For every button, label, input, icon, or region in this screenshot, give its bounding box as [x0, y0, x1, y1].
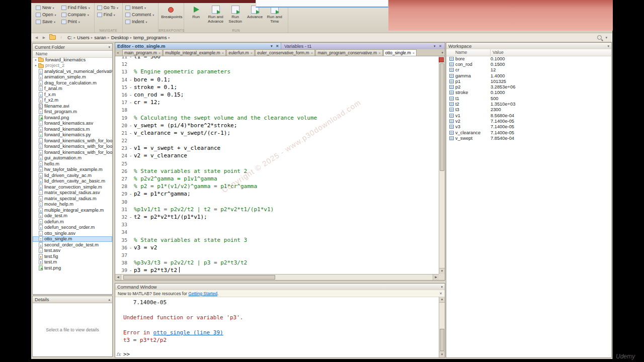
editor-title[interactable]: Editor - otto_single.m ▾ ✕: [115, 43, 281, 49]
command-scrollbar[interactable]: ▲ ▼: [439, 297, 445, 357]
close-icon[interactable]: ✕: [439, 291, 442, 297]
file-item[interactable]: forward_kinematics.asv: [33, 121, 112, 127]
code-line[interactable]: 31%p1v1/t1 = p2v2/t2 | t2 = p2*v2*t1/(p1…: [115, 206, 439, 213]
workspace-row[interactable]: bore0.1000: [446, 56, 611, 61]
close-icon[interactable]: ✕: [276, 44, 279, 48]
file-item[interactable]: multiple_integral_example.m: [33, 207, 112, 213]
file-item[interactable]: forward_kinematics.py: [33, 132, 112, 138]
code-line[interactable]: 18: [115, 106, 439, 114]
scroll-down-icon[interactable]: ▼: [439, 268, 445, 274]
file-item[interactable]: animation_simple.m: [33, 74, 112, 80]
scrollbar-thumb[interactable]: [440, 63, 444, 171]
workspace-row[interactable]: t1500: [446, 96, 611, 101]
tab-scroll-left-icon[interactable]: ◂: [117, 51, 119, 55]
ribbon-button-run-section[interactable]: Run Section: [226, 4, 245, 24]
chevron-down-icon[interactable]: ▾: [605, 36, 607, 40]
code-line[interactable]: 32-t2 = p2*v2*t1/(p1*v1);: [115, 213, 439, 221]
ribbon-button-compare[interactable]: Compare▾: [61, 11, 90, 18]
file-item[interactable]: ode_test.m: [33, 213, 112, 219]
tab-otto-single-m[interactable]: otto_single.m×: [383, 49, 417, 56]
ribbon-button-new[interactable]: New▾: [36, 4, 56, 11]
code-line[interactable]: 25: [115, 160, 439, 167]
file-item[interactable]: test.asv: [33, 248, 112, 254]
ribbon-button-go-to[interactable]: Go To▾: [97, 4, 118, 11]
ribbon-button-save[interactable]: Save▾: [36, 18, 56, 25]
close-icon[interactable]: ×: [378, 51, 380, 55]
error-link[interactable]: otto_single (line 39): [153, 329, 223, 336]
ribbon-button-find[interactable]: Find▾: [97, 11, 118, 18]
workspace-row[interactable]: t32300: [446, 107, 611, 113]
code-line[interactable]: 27% p2v2^gamma = p1v1^gamma: [115, 175, 439, 183]
file-item[interactable]: drag_force_calculation.m: [33, 80, 112, 86]
file-item[interactable]: test.m: [33, 259, 112, 265]
file-item[interactable]: second_order_ode_test.m: [33, 242, 112, 248]
file-item[interactable]: ▸project_2: [33, 63, 112, 69]
file-item[interactable]: test.fig: [33, 253, 112, 259]
workspace-row[interactable]: v_clearance7.1400e-05: [446, 130, 611, 135]
file-item[interactable]: gui_automation.m: [33, 155, 112, 161]
ribbon-button-insert[interactable]: Insert▾: [125, 4, 154, 11]
code-line[interactable]: 16-con_rod = 0.15;: [115, 91, 439, 99]
expand-icon[interactable]: ▸: [34, 63, 38, 67]
code-line[interactable]: 17-cr = 12;: [115, 99, 439, 106]
file-item[interactable]: forward_kinematics_with_for_loop.py: [33, 149, 112, 155]
file-item[interactable]: linear_convection_simple.m: [33, 184, 112, 190]
collapse-icon[interactable]: ▴: [108, 297, 110, 303]
ribbon-button-find-files[interactable]: Find Files▾: [61, 4, 90, 11]
code-line[interactable]: 20-v_swept = (pi/4)*bore^2*stroke;: [115, 122, 439, 129]
command-output[interactable]: 7.1400e-05 Undefined function or variabl…: [115, 297, 439, 351]
code-line[interactable]: 15-stroke = 0.1;: [115, 83, 439, 91]
code-line[interactable]: 35% State variables at state point 3: [115, 236, 439, 244]
breadcrumb-segment[interactable]: Desktop: [111, 35, 129, 40]
file-item[interactable]: otto_single.asv: [33, 230, 112, 236]
file-item[interactable]: f_x2.m: [33, 98, 112, 104]
back-button[interactable]: ◀: [33, 34, 40, 41]
code-line[interactable]: 28% p2 = p1*(v1/v2)^gamma = p1*cr^gamma: [115, 183, 439, 190]
search-icon[interactable]: [597, 35, 602, 40]
workspace-row[interactable]: p23.2853e+06: [446, 84, 611, 89]
chevron-down-icon[interactable]: ▾: [434, 44, 436, 48]
chevron-down-icon[interactable]: ▾: [271, 44, 273, 48]
ribbon-button-breakpoints[interactable]: Breakpoints: [161, 4, 180, 19]
code-line[interactable]: 12: [115, 60, 439, 68]
up-one-level-button[interactable]: ↑: [58, 34, 64, 41]
file-item[interactable]: lid_driven_cavity_ac.m: [33, 172, 112, 178]
code-line[interactable]: 36-v3 = v2: [115, 244, 439, 251]
file-item[interactable]: f_x.m: [33, 92, 112, 98]
scroll-right-icon[interactable]: ▶: [433, 275, 439, 280]
scrollbar-thumb[interactable]: [123, 275, 275, 280]
code-line[interactable]: 39-p3 = p2*t3/t2: [115, 266, 439, 274]
close-icon[interactable]: ×: [413, 51, 415, 55]
file-item[interactable]: test.png: [33, 265, 112, 271]
workspace-row[interactable]: con_rod0.1500: [446, 61, 611, 67]
code-line[interactable]: 29-p2 = p1*cr^gamma;: [115, 190, 439, 198]
scroll-up-icon[interactable]: ▲: [439, 297, 445, 303]
breadcrumb-segment[interactable]: C:: [67, 35, 72, 40]
scroll-left-icon[interactable]: ◀: [115, 275, 121, 280]
file-item[interactable]: forward_kinematics_with_for_loop.asv: [33, 138, 112, 144]
code-line[interactable]: 34: [115, 228, 439, 236]
close-icon[interactable]: ×: [311, 51, 313, 55]
scrollbar-thumb[interactable]: [440, 329, 444, 351]
file-item[interactable]: forward_kinematics_with_for_loop.m: [33, 144, 112, 150]
command-prompt[interactable]: fx >>: [116, 351, 130, 357]
browse-folder-icon[interactable]: [49, 35, 56, 40]
panel-menu-icon[interactable]: ▾: [441, 284, 443, 290]
close-icon[interactable]: ✕: [439, 44, 442, 48]
workspace-row[interactable]: cr12: [446, 67, 611, 73]
file-item[interactable]: hw_taylor_table_example.m: [33, 167, 112, 173]
breadcrumb-segment[interactable]: saran: [94, 35, 106, 40]
getting-started-link[interactable]: Getting Started: [188, 291, 217, 296]
workspace-row[interactable]: t21.3510e+03: [446, 101, 611, 107]
code-line[interactable]: 11-t1 = 500: [115, 56, 439, 60]
tab-overflow-icon[interactable]: ▾: [441, 51, 443, 55]
ribbon-button-comment[interactable]: Comment▾: [125, 11, 154, 18]
code-line[interactable]: 23-v1 = v_swept + v_clearance: [115, 144, 439, 152]
tab-euler-conservative-form-m[interactable]: euler_conservative_form.m×: [255, 49, 315, 56]
file-item[interactable]: forward_kinematics.m: [33, 126, 112, 132]
workspace-row[interactable]: gamma1.4000: [446, 73, 611, 78]
file-item[interactable]: hello.m: [33, 161, 112, 167]
workspace-row[interactable]: v_swept7.8540e-04: [446, 135, 611, 141]
file-item[interactable]: first_program.m: [33, 109, 112, 115]
code-area[interactable]: 11-t1 = 5001213% Engine geometric parame…: [115, 56, 439, 274]
